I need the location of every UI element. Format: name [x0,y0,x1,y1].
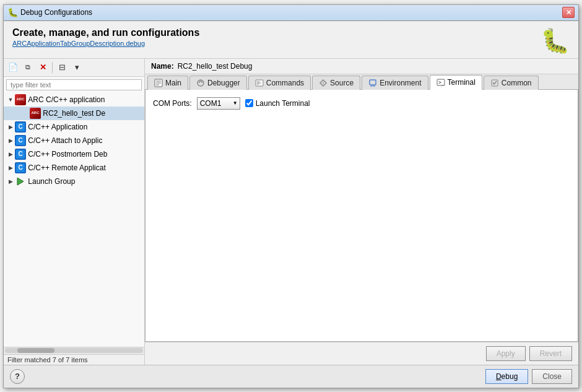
horizontal-scrollbar[interactable] [4,347,144,354]
tree-attach-expand[interactable]: ▶ [6,136,15,145]
terminal-tab-icon: >_ [436,78,445,87]
right-panel: Name: RC2_hello_test Debug Main [145,59,578,365]
apply-revert-bar: Apply Revert [145,342,578,365]
svg-marker-0 [17,178,24,185]
new-config-button[interactable]: 📄 [6,61,20,74]
left-toolbar: 📄 ⧉ ✕ ⊟ ▾ [4,59,144,77]
titlebar-title: Debug Configurations [20,8,562,17]
tree-item-cpp-remote[interactable]: ▶ C C/C++ Remote Applicat [4,161,144,175]
debug-label: Debug [496,372,518,381]
svg-point-6 [199,82,200,83]
content-area: 📄 ⧉ ✕ ⊟ ▾ [4,59,578,365]
arc-app-icon: ARC [15,94,26,105]
source-tab-icon [319,79,328,87]
tree-item-arc-group[interactable]: ▼ ARC ARC C/C++ application [4,93,144,107]
launch-group-icon [15,176,26,187]
delete-icon: ✕ [40,63,46,72]
commands-tab-icon [255,79,264,87]
tree-item-rc2[interactable]: ▶ ARC RC2_hello_test De [4,107,144,120]
filter-input[interactable] [6,79,142,90]
tab-environment[interactable]: Environment [362,76,428,90]
tab-commands[interactable]: Commands [248,76,311,90]
chevron-icon: ▾ [75,63,79,72]
name-bar: Name: RC2_hello_test Debug [145,59,578,74]
debug-configurations-dialog: 🐛 Debug Configurations ✕ Create, manage,… [3,4,579,388]
filter-status: Filter matched 7 of 7 items [4,354,144,365]
delete-button[interactable]: ✕ [36,61,50,74]
config-link[interactable]: ARCApplicationTabGroupDescription.debug [12,40,541,47]
tab-terminal-label: Terminal [448,78,476,87]
c-app-icon: C [15,121,26,133]
page-title: Create, manage, and run configurations [12,27,541,38]
tab-main-label: Main [165,79,181,87]
scrollbar-track [5,348,143,353]
launch-terminal-checkbox[interactable] [245,99,253,107]
tree-postmortem-expand[interactable]: ▶ [6,150,15,159]
apply-button[interactable]: Apply [486,346,526,361]
tab-common[interactable]: Common [484,76,539,90]
collapse-button[interactable]: ⊟ [55,61,69,74]
tab-commands-label: Commands [266,79,304,87]
window-close-button[interactable]: ✕ [562,7,575,18]
environment-tab-icon [368,79,377,87]
close-button[interactable]: Close [532,369,572,384]
tree-label-launch-group: Launch Group [28,177,75,186]
footer-right-buttons: Debug Close [485,369,572,384]
tree-item-cpp-app[interactable]: ▶ C C/C++ Application [4,120,144,134]
arc-small-icon: ARC [30,108,41,119]
tree-area: ▼ ARC ARC C/C++ application ▶ ARC RC2_he… [4,93,144,347]
duplicate-button[interactable]: ⧉ [21,61,35,74]
tree-label-rc2: RC2_hello_test De [43,109,105,118]
tree-cpp-expand[interactable]: ▶ [6,123,15,131]
titlebar: 🐛 Debug Configurations ✕ [4,5,578,21]
new-doc-icon: 📄 [8,63,18,72]
tree-item-launch-group[interactable]: ▶ Launch Group [4,175,144,188]
revert-button[interactable]: Revert [529,346,572,361]
footer-bar: ? Debug Close [4,365,578,388]
view-menu-button[interactable]: ▾ [70,61,84,74]
debugger-tab-icon [196,79,205,87]
bug-icon: 🐛 [541,27,570,54]
tab-source[interactable]: Source [312,76,360,90]
debug-button[interactable]: Debug [485,369,528,384]
svg-point-7 [201,82,202,83]
tree-label-arc-group: ARC C/C++ application [28,95,105,104]
tab-terminal[interactable]: >_ Terminal [430,75,482,90]
tree-label-cpp-remote: C/C++ Remote Applicat [28,163,105,172]
header-section: Create, manage, and run configurations A… [4,21,578,59]
tab-debugger-label: Debugger [207,79,240,87]
tree-item-cpp-postmortem[interactable]: ▶ C C/C++ Postmortem Deb [4,147,144,161]
tree-item-cpp-attach[interactable]: ▶ C C/C++ Attach to Applic [4,134,144,147]
help-button[interactable]: ? [10,369,25,384]
tree-label-cpp-attach: C/C++ Attach to Applic [28,136,102,145]
c-attach-icon: C [15,135,26,146]
tabs-bar: Main Debugger [145,74,578,90]
tab-environment-label: Environment [380,79,421,87]
common-tab-icon [490,79,499,87]
tree-remote-expand[interactable]: ▶ [6,163,15,172]
tab-debugger[interactable]: Debugger [189,76,247,90]
c-postmortem-icon: C [15,149,26,160]
tab-main[interactable]: Main [147,76,188,90]
collapse-icon: ⊟ [59,63,66,72]
main-tab-icon [154,79,163,87]
tab-common-label: Common [502,79,532,87]
com-ports-label: COM Ports: [153,99,192,108]
left-panel: 📄 ⧉ ✕ ⊟ ▾ [4,59,145,365]
com-select-wrapper: COM1 COM2 COM3 COM4 ▼ [197,97,240,110]
tree-label-cpp-postmortem: C/C++ Postmortem Deb [28,150,107,159]
scrollbar-thumb [17,348,54,353]
tree-label-cpp-app: C/C++ Application [28,123,87,131]
tab-source-label: Source [330,79,354,87]
tree-expand-icon[interactable]: ▼ [6,95,15,104]
terminal-tab-content: COM Ports: COM1 COM2 COM3 COM4 ▼ Launch … [145,90,578,342]
name-value: RC2_hello_test Debug [178,62,253,71]
name-label: Name: [151,62,174,71]
com-ports-select[interactable]: COM1 COM2 COM3 COM4 [197,97,240,110]
view-menu-icon[interactable]: ▾ [70,61,84,74]
launch-terminal-row: Launch Terminal [245,99,310,108]
c-remote-icon: C [15,162,26,173]
launch-terminal-label[interactable]: Launch Terminal [256,99,310,108]
tree-launch-expand[interactable]: ▶ [6,177,15,186]
svg-text:>_: >_ [438,80,445,85]
